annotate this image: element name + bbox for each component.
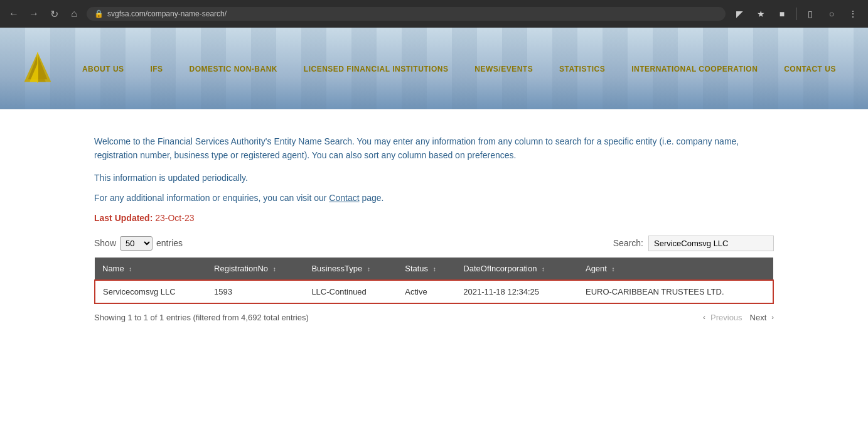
next-chevron: › xyxy=(771,313,774,321)
nav-item-intl[interactable]: INTERNATIONAL COOPERATION xyxy=(631,63,758,73)
nav-item-contact[interactable]: CONTACT US xyxy=(784,63,836,73)
cell-date: 2021-11-18 12:34:25 xyxy=(456,280,578,303)
contact-text-before: For any additional information or enquir… xyxy=(94,193,329,203)
profile-button[interactable]: ○ xyxy=(823,5,840,23)
table-footer: Showing 1 to 1 of 1 entries (filtered fr… xyxy=(94,312,774,323)
nav-item-domestic[interactable]: DOMESTIC NON-BANK xyxy=(189,63,277,73)
show-entries-control: Show 10 25 50 100 entries xyxy=(94,236,183,251)
extensions-button[interactable]: ■ xyxy=(773,5,791,23)
col-business-type[interactable]: BusinessType ↕ xyxy=(304,258,397,280)
nav-link-domestic[interactable]: DOMESTIC NON-BANK xyxy=(189,65,277,73)
nav-item-news[interactable]: NEWS/EVENTS xyxy=(474,63,533,73)
menu-button[interactable]: ⋮ xyxy=(844,5,862,23)
data-table: Name ↕ RegistrationNo ↕ BusinessType ↕ S… xyxy=(94,258,774,304)
contact-link[interactable]: Contact xyxy=(329,193,359,203)
table-header-row: Name ↕ RegistrationNo ↕ BusinessType ↕ S… xyxy=(95,258,773,280)
site-logo[interactable] xyxy=(13,43,63,94)
last-updated: Last Updated: 23-Oct-23 xyxy=(94,213,774,223)
nav-item-statistics[interactable]: STATISTICS xyxy=(559,63,605,73)
table-body: Servicecomsvg LLC 1593 LLC-Continued Act… xyxy=(95,280,773,303)
entries-label: entries xyxy=(156,238,183,248)
cell-business-type: LLC-Continued xyxy=(304,280,397,303)
nav-link-contact[interactable]: CONTACT US xyxy=(784,65,836,73)
address-bar[interactable]: 🔒 svgfsa.com/company-name-search/ xyxy=(87,7,726,21)
main-nav: ABOUT US IFS DOMESTIC NON-BANK LICENSED … xyxy=(0,28,868,109)
nav-item-licensed[interactable]: LICENSED FINANCIAL INSTITUTIONS xyxy=(304,63,449,73)
table-row: Servicecomsvg LLC 1593 LLC-Continued Act… xyxy=(95,280,773,303)
search-input[interactable] xyxy=(648,236,774,251)
back-button[interactable]: ← xyxy=(6,6,21,21)
nav-link-licensed[interactable]: LICENSED FINANCIAL INSTITUTIONS xyxy=(304,65,449,73)
sort-icon-status: ↕ xyxy=(433,266,436,273)
table-header: Name ↕ RegistrationNo ↕ BusinessType ↕ S… xyxy=(95,258,773,280)
contact-paragraph: For any additional information or enquir… xyxy=(94,193,774,203)
next-button[interactable]: Next xyxy=(747,312,769,323)
browser-chrome: ← → ↻ ⌂ 🔒 svgfsa.com/company-name-search… xyxy=(0,0,868,28)
cell-name: Servicecomsvg LLC xyxy=(95,280,206,303)
showing-text: Showing 1 to 1 of 1 entries (filtered fr… xyxy=(94,313,309,322)
nav-link-ifs[interactable]: IFS xyxy=(150,65,163,73)
previous-button[interactable]: Previous xyxy=(708,312,745,323)
last-updated-date: 23-Oct-23 xyxy=(155,213,194,223)
cell-status: Active xyxy=(397,280,456,303)
col-registration[interactable]: RegistrationNo ↕ xyxy=(206,258,304,280)
divider xyxy=(796,8,796,20)
nav-item-about[interactable]: ABOUT US xyxy=(82,63,124,73)
sort-icon-type: ↕ xyxy=(367,266,370,273)
main-content: Welcome to the Financial Services Author… xyxy=(0,109,868,349)
search-label: Search: xyxy=(613,238,643,248)
site-header: ABOUT US IFS DOMESTIC NON-BANK LICENSED … xyxy=(0,28,868,109)
sort-icon-date: ↕ xyxy=(542,266,545,273)
home-button[interactable]: ⌂ xyxy=(67,6,82,21)
pagination: ‹ Previous Next › xyxy=(703,312,774,323)
search-control: Search: xyxy=(613,236,774,251)
nav-item-ifs[interactable]: IFS xyxy=(150,63,163,73)
col-date[interactable]: DateOfIncorporation ↕ xyxy=(456,258,578,280)
intro-paragraph: Welcome to the Financial Services Author… xyxy=(94,134,774,163)
nav-menu: ABOUT US IFS DOMESTIC NON-BANK LICENSED … xyxy=(63,63,855,73)
nav-link-about[interactable]: ABOUT US xyxy=(82,65,124,73)
sort-icon-reg: ↕ xyxy=(273,266,276,273)
col-name[interactable]: Name ↕ xyxy=(95,258,206,280)
sort-icon-name: ↕ xyxy=(129,266,132,273)
lock-icon: 🔒 xyxy=(94,9,104,18)
reload-button[interactable]: ↻ xyxy=(46,6,62,21)
prev-chevron: ‹ xyxy=(703,313,705,321)
browser-actions: ◤ ★ ■ ▯ ○ ⋮ xyxy=(731,5,862,23)
sort-icon-agent: ↕ xyxy=(612,266,615,273)
nav-link-intl[interactable]: INTERNATIONAL COOPERATION xyxy=(631,65,758,73)
logo-svg xyxy=(19,50,56,87)
col-status[interactable]: Status ↕ xyxy=(397,258,456,280)
contact-text-after: page. xyxy=(360,193,384,203)
last-updated-label: Last Updated: xyxy=(94,213,155,223)
col-agent[interactable]: Agent ↕ xyxy=(578,258,773,280)
nav-link-statistics[interactable]: STATISTICS xyxy=(559,65,605,73)
cell-agent: EURO-CARIBBEAN TRUSTEES LTD. xyxy=(578,280,773,303)
forward-button[interactable]: → xyxy=(26,6,41,21)
sidebar-button[interactable]: ▯ xyxy=(801,5,819,23)
table-controls: Show 10 25 50 100 entries Search: xyxy=(94,236,774,251)
entries-select[interactable]: 10 25 50 100 xyxy=(120,236,153,251)
cast-button[interactable]: ◤ xyxy=(731,5,748,23)
cell-registration: 1593 xyxy=(206,280,304,303)
nav-link-news[interactable]: NEWS/EVENTS xyxy=(474,65,533,73)
bookmark-button[interactable]: ★ xyxy=(752,5,769,23)
show-label: Show xyxy=(94,238,116,248)
update-notice: This information is updated periodically… xyxy=(94,173,774,183)
url-text: svgfsa.com/company-name-search/ xyxy=(107,9,227,18)
